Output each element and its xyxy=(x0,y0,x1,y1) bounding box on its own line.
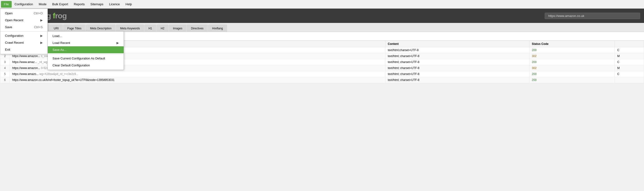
separator-1 xyxy=(0,31,48,32)
submenu-separator-1 xyxy=(48,54,124,54)
menubar: File Configuration Mode Bulk Export Repo… xyxy=(0,0,644,8)
cell-content: text/html;charset=UTF-8 xyxy=(385,47,529,53)
tab-directives[interactable]: Directives xyxy=(187,24,208,32)
tab-meta-description[interactable]: Meta Description xyxy=(86,24,116,32)
submenu-save-default[interactable]: Save Current Configuration As Default xyxy=(48,55,124,62)
file-menu: Open Ctrl+O Open Recent ▶ Save Ctrl+S Co… xyxy=(0,8,48,54)
tab-uri[interactable]: URI xyxy=(50,24,63,32)
cell-status: 200 xyxy=(529,77,615,83)
menu-configuration[interactable]: Configuration xyxy=(12,1,36,8)
submenu-save-as[interactable]: Save As... xyxy=(48,46,124,53)
cell-url: https://www.amazo... wg=XJ0sw&pd_rd_r=c3… xyxy=(10,71,386,77)
menu-configuration-item[interactable]: Configuration ▶ Load... Load Recent ▶ Sa… xyxy=(0,32,48,39)
cell-content: text/html; charset=UTF-8 xyxy=(385,65,529,71)
cell-content: text/html; charset=UTF-8 xyxy=(385,53,529,59)
cell-extra: C xyxy=(615,47,644,53)
tab-page-titles[interactable]: Page Titles xyxy=(63,24,86,32)
menu-crawl-recent[interactable]: Crawl Recent ▶ xyxy=(0,39,48,46)
cell-extra: M xyxy=(615,65,644,71)
table-row[interactable]: 5 https://www.amazo... wg=XJ0sw&pd_rd_r=… xyxy=(0,71,644,77)
file-dropdown: Open Ctrl+O Open Recent ▶ Save Ctrl+S Co… xyxy=(0,8,48,54)
tab-h1[interactable]: H1 xyxy=(144,24,156,32)
menu-open-recent[interactable]: Open Recent ▶ xyxy=(0,17,48,24)
cell-extra xyxy=(615,77,644,83)
menu-help[interactable]: Help xyxy=(123,1,135,8)
menu-mode[interactable]: Mode xyxy=(36,1,50,8)
cell-status: 200 xyxy=(529,47,615,53)
menu-save[interactable]: Save Ctrl+S xyxy=(0,24,48,30)
cell-num: 5 xyxy=(0,71,10,77)
url-bar[interactable]: https://www.amazon.co.uk xyxy=(545,13,640,19)
cell-extra: M xyxy=(615,53,644,59)
app-header: screaming frog https://www.amazon.co.uk xyxy=(0,8,644,23)
cell-extra: C xyxy=(615,71,644,77)
table-row[interactable]: 6 https://www.amazon.co.uk/b/ref=footer_… xyxy=(0,77,644,83)
menu-file[interactable]: File xyxy=(1,1,12,8)
tab-meta-keywords[interactable]: Meta Keywords xyxy=(116,24,144,32)
submenu-clear-default[interactable]: Clear Default Configuration xyxy=(48,62,124,69)
cell-num: 3 xyxy=(0,59,10,65)
cell-content: text/html; charset=UTF-8 xyxy=(385,71,529,77)
tabs-row: Protocol Response Codes URI Page Titles … xyxy=(0,23,644,32)
col-header-content[interactable]: Content xyxy=(385,41,529,47)
submenu-load[interactable]: Load... xyxy=(48,32,124,40)
col-header-extra xyxy=(615,41,644,47)
menu-open[interactable]: Open Ctrl+O xyxy=(0,10,48,17)
cell-num: 4 xyxy=(0,65,10,71)
cell-status: 200 xyxy=(529,59,615,65)
tab-hreflang[interactable]: Hreflang xyxy=(208,24,227,32)
configuration-submenu: Load... Load Recent ▶ Save As... Save Cu… xyxy=(48,31,124,70)
cell-status: 302 xyxy=(529,65,615,71)
menu-reports[interactable]: Reports xyxy=(71,1,88,8)
cell-url: https://www.amazon.co.uk/b/ref=footer_to… xyxy=(10,77,386,83)
tab-images[interactable]: Images xyxy=(169,24,186,32)
cell-status: 200 xyxy=(529,71,615,77)
submenu-load-recent[interactable]: Load Recent ▶ xyxy=(48,40,124,46)
col-header-status[interactable]: Status Code xyxy=(529,41,615,47)
cell-num: 6 xyxy=(0,77,10,83)
cell-content: text/html; charset=UTF-8 xyxy=(385,77,529,83)
menu-licence[interactable]: Licence xyxy=(106,1,123,8)
menu-exit[interactable]: Exit xyxy=(0,46,48,53)
cell-status: 302 xyxy=(529,53,615,59)
cell-content: text/html; charset=UTF-8 xyxy=(385,59,529,65)
menu-sitemaps[interactable]: Sitemaps xyxy=(88,1,106,8)
tab-h2[interactable]: H2 xyxy=(156,24,168,32)
menu-bulk-export[interactable]: Bulk Export xyxy=(50,1,71,8)
cell-extra: C xyxy=(615,59,644,65)
